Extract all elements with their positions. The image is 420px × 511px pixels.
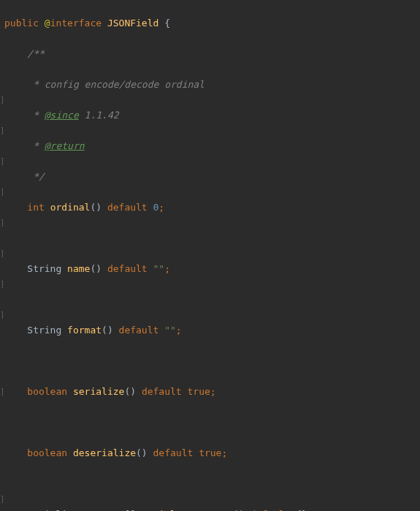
- javadoc: * config encode/decode ordinal: [27, 79, 205, 90]
- parens: (): [90, 263, 102, 274]
- keyword: interface: [50, 18, 102, 29]
- keyword: true: [199, 447, 221, 458]
- keyword: int: [27, 202, 44, 213]
- parens: (): [102, 325, 113, 336]
- code-line: * @since 1.1.42: [4, 107, 420, 123]
- code-line: SerializerFeature[] serialzeFeatures() d…: [4, 507, 420, 511]
- code-line: [4, 353, 420, 368]
- javadoc: *: [27, 110, 44, 121]
- code-line: [4, 476, 420, 491]
- keyword: default: [119, 325, 159, 336]
- code-line: * config encode/decode ordinal: [4, 77, 420, 92]
- code-line: String format() default "";: [4, 322, 420, 338]
- code-line: String name() default "";: [4, 261, 420, 276]
- semicolon: ;: [221, 447, 227, 458]
- code-editor[interactable]: ]]]]]]]]]] public @interface JSONField {…: [0, 0, 420, 511]
- javadoc: */: [27, 171, 44, 182]
- keyword: boolean: [27, 447, 67, 458]
- code-line: [4, 292, 420, 307]
- code-line: public @interface JSONField {: [4, 15, 420, 31]
- code-line: [4, 230, 420, 246]
- code-line: /**: [4, 46, 420, 61]
- parens: (): [90, 202, 102, 213]
- javadoc-tag: @since: [45, 110, 79, 121]
- keyword: default: [107, 263, 148, 274]
- string: "": [153, 263, 165, 274]
- method-name: name: [67, 263, 90, 274]
- keyword: boolean: [27, 386, 67, 397]
- javadoc: /**: [27, 48, 44, 59]
- method-name: format: [67, 325, 102, 336]
- method-name: ordinal: [50, 202, 91, 213]
- annotation-at: @: [45, 18, 50, 29]
- javadoc-tag: @return: [45, 140, 85, 151]
- type: String: [27, 263, 61, 274]
- keyword: default: [107, 202, 148, 213]
- code-line: */: [4, 169, 420, 184]
- javadoc: 1.1.42: [79, 110, 119, 121]
- keyword: public: [4, 18, 39, 29]
- keyword: default: [142, 386, 182, 397]
- keyword: true: [188, 386, 210, 397]
- code-line: boolean serialize() default true;: [4, 384, 420, 399]
- code-line: boolean deserialize() default true;: [4, 445, 420, 461]
- javadoc: *: [27, 140, 44, 151]
- semicolon: ;: [176, 325, 182, 336]
- code-line: [4, 415, 420, 430]
- parens: (): [124, 386, 136, 397]
- keyword: default: [153, 447, 194, 458]
- string: "": [164, 325, 176, 336]
- semicolon: ;: [159, 202, 164, 213]
- method-name: deserialize: [73, 447, 136, 458]
- brace: {: [164, 18, 170, 29]
- semicolon: ;: [210, 386, 216, 397]
- method-name: serialize: [73, 386, 124, 397]
- code-area[interactable]: public @interface JSONField { /** * conf…: [4, 0, 420, 511]
- code-line: * @return: [4, 138, 420, 154]
- interface-name: JSONField: [107, 18, 159, 29]
- type: String: [27, 325, 61, 336]
- code-line: int ordinal() default 0;: [4, 200, 420, 215]
- parens: (): [136, 447, 148, 458]
- semicolon: ;: [164, 263, 170, 274]
